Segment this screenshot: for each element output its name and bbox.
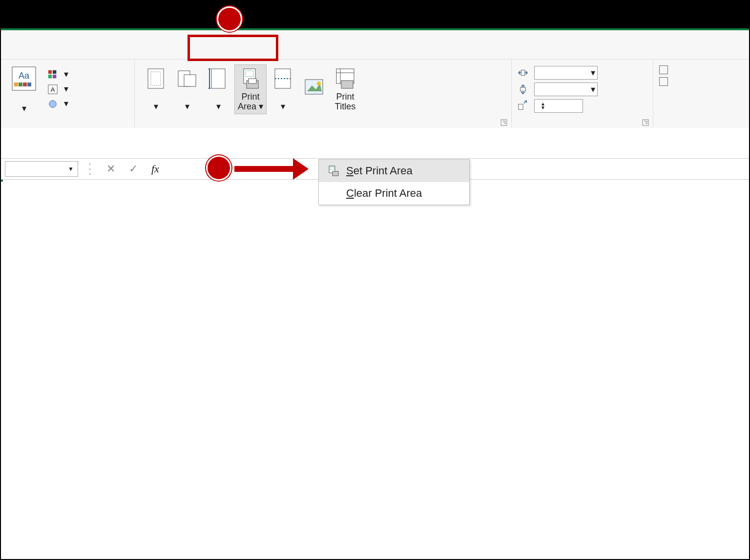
svg-rect-37 <box>519 104 523 109</box>
themes-button[interactable]: Aa ▾ <box>7 62 41 116</box>
svg-point-29 <box>317 82 321 85</box>
svg-rect-2 <box>14 83 18 86</box>
width-select[interactable]: ▾ <box>534 66 598 80</box>
group-scale-to-fit: ▾ ▾ ▲▼ <box>512 60 653 128</box>
ribbon-tabs <box>1 30 749 60</box>
fonts-button[interactable]: A ▾ <box>44 83 72 96</box>
group-page-setup: ▾ ▾ ▾ PrintArea ▾ ▾ <box>135 60 512 128</box>
set-print-area-item[interactable]: Set Print Area <box>319 160 469 182</box>
svg-rect-36 <box>521 87 526 91</box>
effects-button[interactable]: ▾ <box>44 97 72 111</box>
svg-rect-35 <box>521 70 524 75</box>
svg-text:A: A <box>51 85 55 93</box>
svg-rect-3 <box>19 83 22 86</box>
breaks-button[interactable]: ▾ <box>268 64 298 114</box>
set-print-area-icon <box>328 165 339 177</box>
svg-rect-41 <box>333 171 338 176</box>
width-icon <box>518 67 528 78</box>
svg-rect-25 <box>275 69 291 88</box>
clear-print-area-item[interactable]: Clear Print Area <box>319 182 469 205</box>
svg-rect-8 <box>48 75 52 78</box>
print-checkbox[interactable] <box>659 77 668 86</box>
callout-2 <box>206 155 231 181</box>
print-area-button[interactable]: PrintArea ▾ <box>234 64 267 114</box>
print-titles-button[interactable]: PrintTitles <box>330 64 360 114</box>
cancel-icon[interactable]: ✕ <box>100 163 122 175</box>
set-print-area-label: Set Print Area <box>346 165 413 177</box>
svg-rect-16 <box>184 75 196 86</box>
svg-rect-17 <box>211 69 225 88</box>
height-icon <box>518 84 528 95</box>
svg-rect-6 <box>48 70 52 74</box>
group-themes: Aa ▾ ▾ A ▾ ▾ <box>1 60 135 128</box>
orientation-button[interactable]: ▾ <box>172 64 202 114</box>
svg-rect-7 <box>53 70 56 74</box>
dialog-launcher-icon[interactable] <box>500 119 507 126</box>
print-area-menu: Set Print Area Clear Print Area <box>318 159 470 205</box>
svg-text:Aa: Aa <box>19 71 30 81</box>
svg-rect-9 <box>53 75 56 78</box>
view-checkbox[interactable] <box>659 65 668 74</box>
callout-1 <box>217 6 242 32</box>
ribbon-toolbar: Aa ▾ ▾ A ▾ ▾ <box>1 60 749 128</box>
margins-button[interactable]: ▾ <box>141 64 171 114</box>
background-button[interactable] <box>299 74 329 104</box>
fx-icon[interactable]: fx <box>145 163 166 175</box>
colors-button[interactable]: ▾ <box>44 68 72 82</box>
svg-rect-5 <box>27 83 31 86</box>
enter-icon[interactable]: ✓ <box>122 163 145 175</box>
scale-spinner[interactable]: ▲▼ <box>534 99 583 113</box>
clear-print-area-label: Clear Print Area <box>346 187 422 200</box>
dialog-launcher-icon[interactable] <box>642 119 649 126</box>
size-button[interactable]: ▾ <box>203 64 233 114</box>
height-select[interactable]: ▾ <box>534 83 598 96</box>
name-box[interactable]: ▼ <box>5 161 78 177</box>
svg-rect-4 <box>23 83 27 86</box>
group-sheet-options <box>653 60 749 128</box>
svg-rect-24 <box>249 79 256 83</box>
svg-rect-33 <box>341 81 353 88</box>
scale-icon <box>518 101 528 111</box>
selection-outline <box>1 180 3 182</box>
callout-2-arrow <box>234 158 309 180</box>
svg-point-12 <box>49 100 57 107</box>
callout-1-box <box>188 35 278 61</box>
